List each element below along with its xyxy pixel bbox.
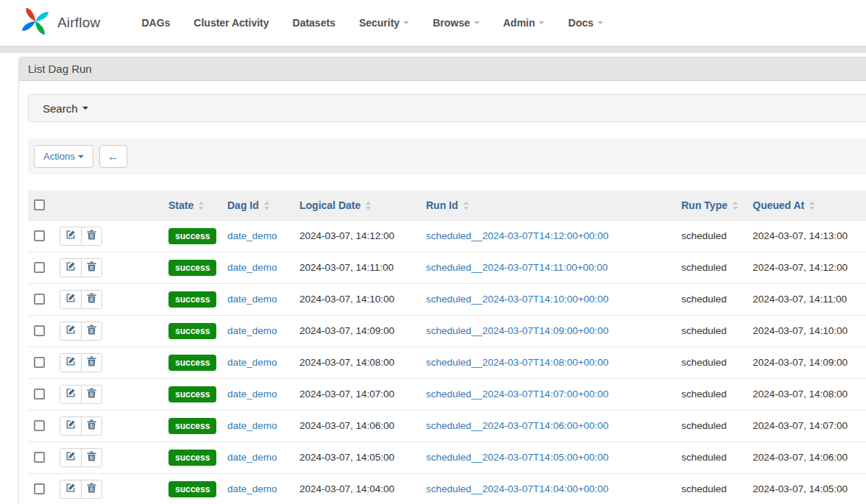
nav-item-docs[interactable]: Docs [556,10,614,36]
delete-record-button[interactable] [81,386,102,403]
airflow-brand[interactable]: Airflow [18,4,100,41]
delete-record-button[interactable] [81,449,102,466]
table-row: success date_demo 2024-03-07, 14:11:00 s… [28,252,866,283]
status-badge: success [168,386,216,402]
search-accordion-toggle[interactable]: Search [28,94,866,122]
row-checkbox[interactable] [34,294,45,305]
row-select-cell [28,315,54,347]
dag-id-link[interactable]: date_demo [227,483,277,494]
dag-id-link[interactable]: date_demo [227,325,277,336]
row-select-cell [28,441,54,473]
nav-item-datasets[interactable]: Datasets [281,10,347,36]
edit-record-button[interactable] [60,417,81,435]
nav-item-cluster-activity[interactable]: Cluster Activity [182,10,280,36]
dag-id-link[interactable]: date_demo [227,420,277,431]
run-id-link[interactable]: scheduled__2024-03-07T14:12:00+00:00 [426,230,608,241]
dag-run-table: State Dag Id Logical Date Run Id Run Typ… [28,191,866,504]
table-row: success date_demo 2024-03-07, 14:07:00 s… [28,378,866,410]
list-dag-run-panel: List Dag Run Search Actions ← [18,57,866,504]
edit-record-button[interactable] [60,322,81,340]
row-checkbox[interactable] [34,483,45,494]
row-actions-cell [54,315,163,347]
column-header-logical-date[interactable]: Logical Date [294,191,420,220]
dag-id-cell: date_demo [221,441,294,473]
edit-record-button[interactable] [60,354,81,372]
top-navbar: Airflow DAGs Cluster Activity Datasets S… [0,0,866,46]
nav-item-security[interactable]: Security [347,10,421,36]
actions-dropdown-button[interactable]: Actions [34,145,93,168]
run-id-link[interactable]: scheduled__2024-03-07T14:10:00+00:00 [426,294,608,305]
dag-id-link[interactable]: date_demo [227,262,277,273]
chevron-down-icon [78,155,84,158]
run-id-cell: scheduled__2024-03-07T14:08:00+00:00 [420,347,675,378]
edit-record-button[interactable] [60,227,81,245]
edit-pencil-icon [65,261,76,274]
row-checkbox[interactable] [34,325,45,336]
column-header-run-id[interactable]: Run Id [420,191,675,220]
row-checkbox[interactable] [34,420,45,431]
edit-record-button[interactable] [60,291,81,308]
run-id-link[interactable]: scheduled__2024-03-07T14:07:00+00:00 [426,388,608,400]
run-id-cell: scheduled__2024-03-07T14:04:00+00:00 [420,473,675,504]
dag-id-link[interactable]: date_demo [227,230,277,241]
edit-record-button[interactable] [60,449,81,466]
table-row: success date_demo 2024-03-07, 14:10:00 s… [28,283,866,315]
nav-item-browse[interactable]: Browse [421,10,491,36]
table-row: success date_demo 2024-03-07, 14:12:00 s… [28,220,866,252]
nav-item-dags[interactable]: DAGs [129,10,182,36]
page-title: List Dag Run [19,57,866,81]
column-header-run-type[interactable]: Run Type [675,191,747,220]
run-id-cell: scheduled__2024-03-07T14:07:00+00:00 [420,378,675,410]
row-checkbox[interactable] [34,262,45,273]
queued-at-cell: 2024-03-07, 14:08:00 [747,378,866,410]
column-header-state[interactable]: State [163,191,221,220]
row-checkbox[interactable] [34,452,45,463]
run-id-link[interactable]: scheduled__2024-03-07T14:04:00+00:00 [426,483,608,494]
run-type-cell: scheduled [675,347,747,378]
row-checkbox[interactable] [34,388,45,400]
dag-id-link[interactable]: date_demo [227,294,277,305]
actions-label: Actions [43,151,75,162]
dag-id-link[interactable]: date_demo [227,388,277,400]
run-id-link[interactable]: scheduled__2024-03-07T14:05:00+00:00 [426,452,608,463]
delete-record-button[interactable] [81,259,102,277]
chevron-down-icon [403,21,409,24]
select-all-checkbox[interactable] [34,199,45,210]
column-label: State [168,199,194,211]
delete-record-button[interactable] [81,480,102,498]
dag-id-link[interactable]: date_demo [227,357,277,368]
chevron-down-icon [82,107,88,110]
row-checkbox[interactable] [34,357,45,368]
delete-record-button[interactable] [81,227,102,245]
column-header-dag-id[interactable]: Dag Id [221,191,294,220]
state-cell: success [163,315,221,347]
panel-body: Search Actions ← State Dag I [19,81,866,504]
queued-at-cell: 2024-03-07, 14:13:00 [747,220,866,252]
delete-record-button[interactable] [81,322,102,340]
table-row: success date_demo 2024-03-07, 14:08:00 s… [28,347,866,378]
edit-record-button[interactable] [60,386,81,403]
dag-id-link[interactable]: date_demo [227,452,277,463]
column-label: Dag Id [227,199,259,211]
chevron-down-icon [539,21,544,24]
run-id-cell: scheduled__2024-03-07T14:06:00+00:00 [420,410,675,441]
edit-record-button[interactable] [60,480,81,498]
nav-item-admin[interactable]: Admin [491,10,557,36]
dag-id-cell: date_demo [221,473,294,504]
delete-record-button[interactable] [81,417,102,435]
delete-record-button[interactable] [81,354,102,372]
run-id-link[interactable]: scheduled__2024-03-07T14:06:00+00:00 [426,420,608,431]
state-cell: success [163,441,221,473]
edit-record-button[interactable] [60,259,81,277]
run-id-link[interactable]: scheduled__2024-03-07T14:11:00+00:00 [426,262,608,273]
back-button[interactable]: ← [99,145,127,168]
row-select-cell [28,252,54,283]
row-select-cell [28,347,54,378]
queued-at-cell: 2024-03-07, 14:12:00 [747,252,866,283]
run-id-link[interactable]: scheduled__2024-03-07T14:08:00+00:00 [426,357,608,368]
column-header-queued-at[interactable]: Queued At [747,191,866,220]
subnav-strip [0,46,866,53]
row-checkbox[interactable] [34,230,45,241]
run-id-link[interactable]: scheduled__2024-03-07T14:09:00+00:00 [426,325,608,336]
delete-record-button[interactable] [81,291,102,308]
